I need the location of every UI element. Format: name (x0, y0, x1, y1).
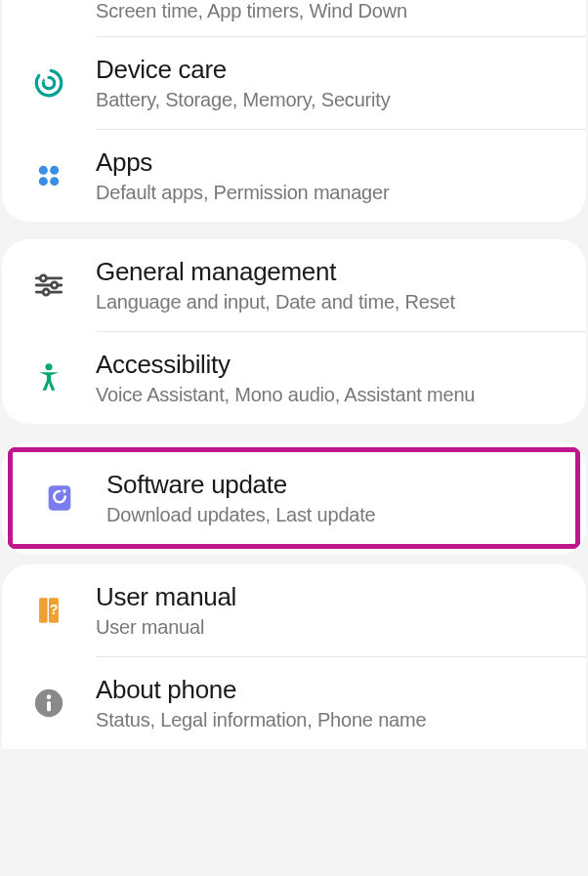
apps-icon (20, 159, 78, 192)
svg-point-0 (32, 66, 65, 100)
settings-item-subtitle: Battery, Storage, Memory, Security (96, 89, 563, 111)
settings-item-apps[interactable]: Apps Default apps, Permission manager (2, 130, 586, 222)
settings-item-title: User manual (96, 582, 563, 612)
settings-item-title: Accessibility (96, 350, 563, 380)
settings-item-subtitle: Download updates, Last update (106, 504, 552, 526)
svg-point-9 (52, 282, 58, 288)
svg-point-12 (45, 363, 52, 370)
svg-marker-1 (42, 78, 46, 82)
device-care-icon (20, 66, 78, 100)
svg-rect-20 (47, 701, 51, 712)
svg-point-2 (39, 166, 48, 175)
settings-item-subtitle: Language and input, Date and time, Reset (96, 291, 563, 313)
settings-item-title: Software update (106, 470, 552, 500)
settings-item-user-manual[interactable]: ? User manual User manual (2, 564, 586, 656)
settings-item-subtitle: Voice Assistant, Mono audio, Assistant m… (96, 384, 563, 406)
user-manual-icon: ? (20, 594, 78, 627)
settings-item-subtitle: Screen time, App timers, Wind Down (96, 0, 563, 22)
settings-group-1: Screen time, App timers, Wind Down Devic… (2, 0, 586, 222)
svg-text:?: ? (50, 602, 59, 617)
svg-point-19 (47, 694, 52, 699)
info-icon (20, 687, 78, 720)
svg-point-3 (50, 166, 59, 175)
settings-item-subtitle: Status, Legal information, Phone name (96, 709, 563, 731)
svg-point-5 (50, 177, 59, 186)
svg-rect-15 (39, 598, 48, 623)
svg-point-4 (39, 177, 48, 186)
settings-item-subtitle: User manual (96, 616, 563, 639)
settings-item-digital-wellbeing[interactable]: Screen time, App timers, Wind Down (2, 0, 586, 36)
settings-item-title: About phone (96, 675, 563, 705)
settings-item-title: Device care (96, 55, 563, 85)
settings-item-general-management[interactable]: General management Language and input, D… (2, 239, 586, 331)
settings-item-software-update[interactable]: Software update Download updates, Last u… (13, 452, 575, 544)
settings-group-4: ? User manual User manual About phone St… (2, 564, 586, 749)
highlight-box: Software update Download updates, Last u… (8, 447, 580, 549)
settings-group-2: General management Language and input, D… (2, 239, 586, 424)
svg-point-11 (43, 289, 49, 295)
settings-item-accessibility[interactable]: Accessibility Voice Assistant, Mono audi… (2, 332, 586, 424)
accessibility-icon (20, 361, 78, 395)
settings-item-title: General management (96, 257, 563, 287)
settings-item-device-care[interactable]: Device care Battery, Storage, Memory, Se… (2, 37, 586, 129)
software-update-icon (30, 481, 89, 515)
svg-point-7 (40, 275, 46, 281)
settings-group-3: Software update Download updates, Last u… (2, 441, 586, 555)
svg-rect-13 (49, 485, 71, 511)
settings-item-about-phone[interactable]: About phone Status, Legal information, P… (2, 657, 586, 749)
settings-item-subtitle: Default apps, Permission manager (96, 182, 563, 204)
sliders-icon (20, 269, 78, 302)
settings-item-title: Apps (96, 147, 563, 178)
